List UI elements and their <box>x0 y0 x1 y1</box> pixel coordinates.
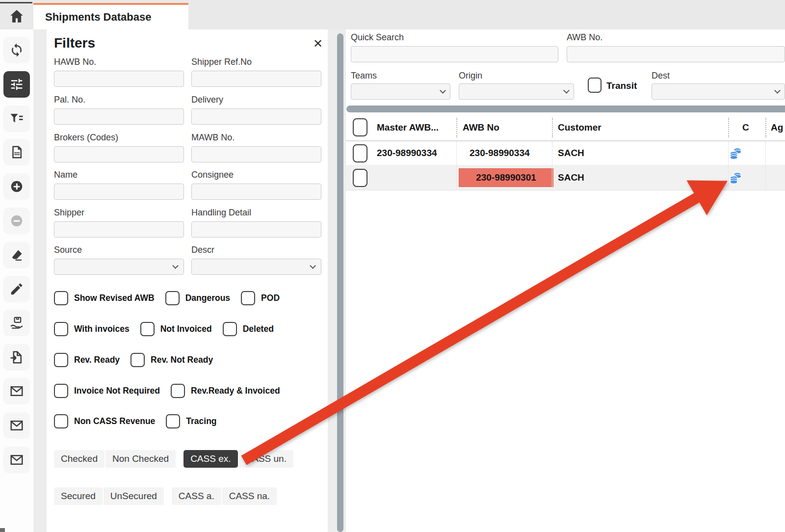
table-row[interactable]: 230-98990301 SACH <box>346 165 785 190</box>
chevron-down-icon <box>563 87 570 94</box>
source-select[interactable] <box>54 259 184 275</box>
vertical-scrollbar[interactable] <box>337 33 343 532</box>
customer-cell: SACH <box>558 172 584 183</box>
sidebar-sync-button[interactable] <box>3 37 30 63</box>
sidebar-erase-button[interactable] <box>3 242 30 268</box>
select-all-checkbox[interactable] <box>353 118 367 136</box>
sidebar-mail-button-3[interactable] <box>3 447 30 473</box>
mail-icon <box>9 384 24 399</box>
rev-ready-invoiced-checkbox[interactable] <box>171 384 185 398</box>
consignee-label: Consignee <box>191 170 234 180</box>
home-button[interactable] <box>6 7 27 26</box>
tab-shipments-database[interactable]: Shipments Database <box>33 3 188 29</box>
sidebar-mail-button-1[interactable] <box>3 378 30 404</box>
teams-label: Teams <box>351 71 377 81</box>
toggle-button-row-1: Checked Non Checked CASS ex. CASS un. <box>54 450 293 468</box>
row-checkbox[interactable] <box>353 169 367 187</box>
row-column-divider <box>765 141 766 190</box>
col-master-awb[interactable]: Master AWB... <box>377 122 439 133</box>
col-customer[interactable]: Customer <box>558 122 602 133</box>
file-import-icon <box>9 350 24 365</box>
cass-un-button[interactable]: CASS un. <box>239 450 293 468</box>
pod-checkbox[interactable] <box>241 291 255 305</box>
rev-ready-label: Rev. Ready <box>74 355 120 365</box>
secured-button[interactable]: Secured <box>54 487 103 505</box>
hawb-label: HAWB No. <box>54 57 96 67</box>
unsecured-button[interactable]: UnSecured <box>104 487 164 505</box>
handling-detail-input[interactable] <box>191 221 321 238</box>
consignee-input[interactable] <box>191 184 321 200</box>
horizontal-scrollbar[interactable] <box>346 106 785 112</box>
checked-button[interactable]: Checked <box>54 450 105 468</box>
quick-search-input[interactable] <box>351 46 558 62</box>
transit-checkbox[interactable] <box>588 78 602 93</box>
not-invoiced-checkbox[interactable] <box>140 322 155 336</box>
cass-ex-button[interactable]: CASS ex. <box>183 450 237 468</box>
cass-a-button[interactable]: CASS a. <box>172 487 221 505</box>
dangerous-label: Dangerous <box>185 293 230 303</box>
mawb-input[interactable] <box>191 146 321 162</box>
mawb-label: MAWB No. <box>191 133 235 143</box>
row-checkbox[interactable] <box>353 144 367 162</box>
table-row[interactable]: 230-98990334 230-98990334 SACH <box>346 141 785 165</box>
coins-icon[interactable] <box>728 145 743 161</box>
sidebar-import-button[interactable] <box>3 344 30 371</box>
dangerous-checkbox[interactable] <box>165 291 180 305</box>
tracing-checkbox[interactable] <box>166 414 180 428</box>
sidebar-filter-list-button[interactable] <box>3 106 30 132</box>
awb-no-label: AWB No. <box>567 32 602 43</box>
quick-search-label: Quick Search <box>351 32 404 43</box>
delivery-label: Delivery <box>191 95 223 105</box>
add-circle-icon <box>9 179 24 194</box>
shipper-label: Shipper <box>54 208 84 218</box>
non-cass-revenue-checkbox[interactable] <box>54 414 68 428</box>
shipper-input[interactable] <box>54 221 184 238</box>
brokers-input[interactable] <box>54 146 184 162</box>
corner-scrollbar[interactable] <box>0 528 5 532</box>
delivery-input[interactable] <box>191 108 321 125</box>
sidebar-remove-button[interactable] <box>3 208 30 234</box>
sidebar-mail-button-2[interactable] <box>3 412 30 439</box>
awb-no-cell-highlighted: 230-98990301 <box>459 168 553 187</box>
col-awb-no[interactable]: AWB No <box>463 122 499 133</box>
column-divider[interactable] <box>728 118 729 137</box>
column-divider[interactable] <box>456 118 457 137</box>
non-checked-button[interactable]: Non Checked <box>105 450 176 468</box>
col-c[interactable]: C <box>742 122 749 133</box>
dest-select[interactable] <box>652 83 785 100</box>
chevron-down-icon <box>440 87 446 94</box>
shipper-ref-input[interactable] <box>191 71 321 87</box>
with-invoices-checkbox[interactable] <box>54 322 68 336</box>
deleted-checkbox[interactable] <box>223 322 237 336</box>
sidebar-filters-button[interactable] <box>3 71 30 98</box>
rev-ready-checkbox[interactable] <box>54 353 68 367</box>
sync-icon <box>9 43 24 57</box>
hawb-input[interactable] <box>54 71 184 87</box>
toggle-button-row-2: Secured UnSecured CASS a. CASS na. <box>54 487 277 505</box>
name-input[interactable] <box>54 184 184 200</box>
coins-icon[interactable] <box>728 170 743 186</box>
column-divider[interactable] <box>765 118 766 137</box>
teams-select[interactable] <box>351 83 450 100</box>
sidebar-add-button[interactable] <box>3 173 30 200</box>
sidebar-invoice-button[interactable] <box>3 139 30 165</box>
close-icon[interactable]: ✕ <box>311 36 325 51</box>
rev-ready-invoiced-label: Rev.Ready & Invoiced <box>191 386 280 396</box>
awb-no-input[interactable] <box>567 46 785 62</box>
rev-not-ready-checkbox[interactable] <box>131 353 145 367</box>
pal-no-input[interactable] <box>54 108 184 125</box>
show-revised-awb-checkbox[interactable] <box>54 291 68 305</box>
sidebar-deliver-button[interactable] <box>3 310 30 336</box>
col-agent[interactable]: Ag <box>771 122 783 133</box>
customer-cell: SACH <box>558 148 584 159</box>
cass-na-button[interactable]: CASS na. <box>222 487 277 505</box>
invoice-not-required-checkbox[interactable] <box>54 384 68 398</box>
origin-select[interactable] <box>459 83 574 100</box>
row-column-divider <box>728 141 729 190</box>
sidebar-edit-button[interactable] <box>3 276 30 302</box>
transit-label: Transit <box>606 80 637 91</box>
descr-select[interactable] <box>191 259 321 275</box>
non-cass-revenue-label: Non CASS Revenue <box>74 416 155 426</box>
column-divider[interactable] <box>552 118 553 137</box>
checkbox-row-3: Rev. Ready Rev. Not Ready <box>54 353 218 367</box>
